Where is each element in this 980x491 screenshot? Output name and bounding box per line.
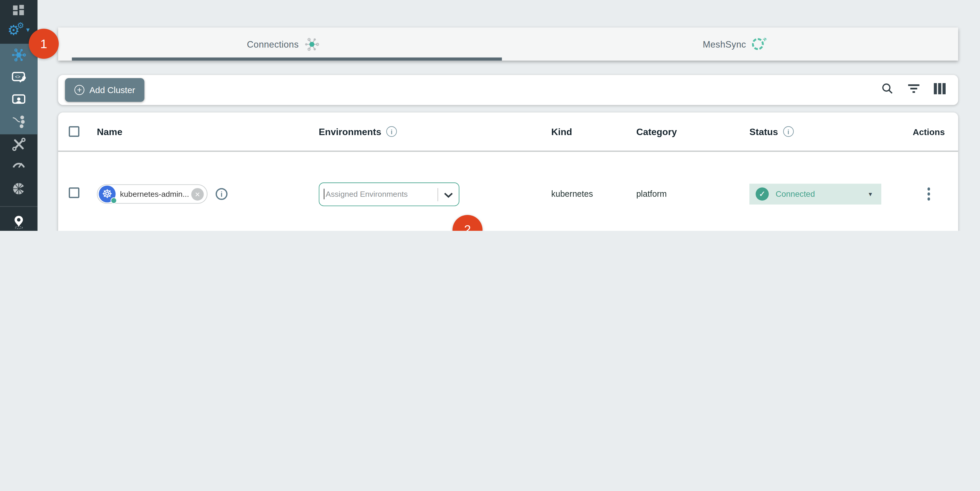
location-pin-icon[interactable] <box>11 215 26 229</box>
environments-select[interactable]: Assigned Environments <box>319 182 460 206</box>
actions-menu-icon[interactable] <box>928 188 931 200</box>
annotation-step-2-badge: 2 <box>452 215 482 231</box>
tab-connections-label: Connections <box>247 39 299 49</box>
connections-table: Name Environmentsi Kind Category Statusi… <box>58 113 958 231</box>
add-cluster-button[interactable]: + Add Cluster <box>65 78 145 102</box>
toolkit-wrenches-icon[interactable] <box>11 137 26 152</box>
status-info-icon[interactable]: i <box>783 126 794 137</box>
col-header-kind: Kind <box>551 126 636 137</box>
main-content: Connections MeshSync » + Add Cluster <box>38 0 980 231</box>
col-header-actions: Actions <box>899 127 958 137</box>
search-icon[interactable] <box>881 83 894 97</box>
svg-text:<>: <> <box>15 74 21 79</box>
chevron-down-icon[interactable] <box>444 192 453 198</box>
delete-connection-icon[interactable]: × <box>191 188 204 200</box>
meshsync-sync-icon: » <box>752 38 764 50</box>
table-header-row: Name Environmentsi Kind Category Statusi… <box>58 113 958 152</box>
annotation-step-1-badge: 1 <box>29 29 59 59</box>
connections-mesh-icon[interactable] <box>11 48 26 62</box>
table-toolbar: + Add Cluster <box>58 75 958 105</box>
column-view-icon[interactable] <box>934 83 946 97</box>
connection-info-icon[interactable]: i <box>216 188 228 200</box>
meshery-app: ⚙ ⚙ ▾ <> <box>0 0 980 231</box>
gear-small-icon: ⚙ <box>17 21 24 30</box>
select-divider <box>438 188 438 201</box>
col-header-environments: Environmentsi <box>319 126 551 137</box>
row-checkbox[interactable] <box>69 188 79 198</box>
col-header-name: Name <box>97 126 319 137</box>
active-tab-indicator <box>72 57 502 61</box>
sidebar-divider <box>0 206 38 207</box>
connection-status-dot <box>111 197 117 203</box>
lifecycle-submenu: <> <box>0 44 38 135</box>
plus-circle-icon: + <box>74 85 84 95</box>
add-cluster-label: Add Cluster <box>89 85 135 95</box>
kind-cell: kubernetes <box>551 189 636 199</box>
tabs-bar: Connections MeshSync » <box>58 28 958 61</box>
connection-chip[interactable]: ☸ kubernetes-admin... × <box>97 184 208 204</box>
tab-connections[interactable]: Connections <box>58 28 508 61</box>
chevron-down-icon: ▾ <box>26 25 30 34</box>
tab-meshsync[interactable]: MeshSync » <box>508 28 958 61</box>
environments-placeholder: Assigned Environments <box>324 190 408 199</box>
col-header-status: Statusi <box>749 126 899 137</box>
connection-name: kubernetes-admin... <box>116 190 191 199</box>
status-chip[interactable]: ✓ Connected ▼ <box>749 184 881 204</box>
remote-screen-user-icon[interactable] <box>11 92 26 108</box>
status-label: Connected <box>776 189 815 199</box>
performance-gauge-icon[interactable] <box>11 157 26 172</box>
connections-mesh-icon <box>304 37 319 51</box>
table-body: ☸ kubernetes-admin... × i Assigned Envir… <box>58 152 958 231</box>
environments-info-icon[interactable]: i <box>386 126 397 137</box>
tab-meshsync-label: MeshSync <box>703 39 746 49</box>
connected-check-icon: ✓ <box>756 188 769 200</box>
filter-icon[interactable] <box>907 83 920 97</box>
table-row: ☸ kubernetes-admin... × i Assigned Envir… <box>58 152 958 231</box>
col-header-category: Category <box>636 126 749 137</box>
dashboard-grid-icon[interactable] <box>11 3 26 18</box>
lifecycle-gears-icon[interactable]: ⚙ ⚙ ▾ <box>8 24 33 39</box>
extensions-pie-icon[interactable] <box>11 181 26 196</box>
select-all-checkbox[interactable] <box>69 126 79 137</box>
status-caret-icon[interactable]: ▼ <box>867 191 873 197</box>
category-cell: platform <box>636 189 749 199</box>
kubernetes-icon: ☸ <box>99 186 115 202</box>
service-flow-icon[interactable] <box>11 114 26 129</box>
adapters-code-icon[interactable]: <> <box>11 70 26 85</box>
